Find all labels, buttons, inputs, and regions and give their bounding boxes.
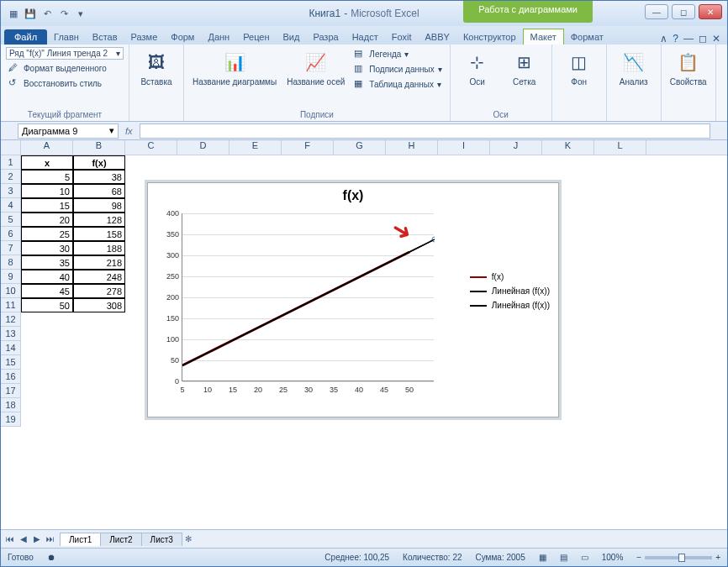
tab-pagelayout[interactable]: Разме [124, 29, 165, 45]
qa-more-icon[interactable]: ▾ [73, 6, 88, 21]
cell[interactable]: 308 [73, 298, 125, 312]
cell[interactable]: 98 [73, 198, 125, 213]
maximize-button[interactable]: ◻ [672, 4, 695, 19]
cell[interactable]: x [21, 155, 73, 170]
ribbon-minimize-icon[interactable]: ∧ [660, 33, 667, 45]
macro-record-icon[interactable]: ⏺ [47, 553, 55, 562]
col-header[interactable]: J [490, 140, 542, 155]
gridlines-button[interactable]: ⊞Сетка [503, 47, 546, 88]
cell[interactable]: 158 [73, 227, 125, 241]
tab-data[interactable]: Данн [201, 29, 236, 45]
excel-icon[interactable]: ▦ [6, 6, 21, 21]
cell[interactable]: 5 [21, 170, 73, 184]
new-sheet-icon[interactable]: ✻ [185, 534, 192, 543]
chart-title-button[interactable]: 📊Название диаграммы [189, 47, 280, 88]
row-header[interactable]: 10 [1, 284, 20, 298]
fx-icon[interactable]: fx [125, 126, 133, 136]
tab-foxit[interactable]: Foxit [385, 29, 419, 45]
col-header[interactable]: H [386, 140, 438, 155]
col-header[interactable]: L [594, 140, 646, 155]
cell[interactable]: 15 [21, 198, 73, 213]
tab-review[interactable]: Рецен [236, 29, 276, 45]
cell[interactable]: 128 [73, 213, 125, 227]
background-button[interactable]: ◫Фон [557, 47, 601, 88]
row-header[interactable]: 12 [1, 312, 20, 327]
insert-button[interactable]: 🖼 Вставка [135, 47, 178, 88]
save-icon[interactable]: 💾 [23, 6, 38, 21]
row-header[interactable]: 7 [1, 241, 20, 255]
zoom-in-icon[interactable]: + [715, 553, 720, 562]
cell[interactable]: 45 [21, 284, 73, 298]
axes-button[interactable]: ⊹Оси [456, 47, 499, 88]
tab-addins[interactable]: Надст [346, 29, 385, 45]
analysis-button[interactable]: 📉Анализ [612, 47, 656, 88]
sheet-tab[interactable]: Лист3 [141, 533, 182, 546]
cell[interactable]: 50 [21, 298, 73, 312]
sheet-tab[interactable]: Лист2 [100, 533, 141, 546]
cell[interactable]: 10 [21, 184, 73, 198]
help-icon[interactable]: ? [673, 33, 678, 45]
cell[interactable]: 68 [73, 184, 125, 198]
legend-item[interactable]: f(x) [470, 272, 550, 281]
row-header[interactable]: 6 [1, 227, 20, 241]
row-header[interactable]: 17 [1, 384, 20, 398]
doc-close-icon[interactable]: ✕ [712, 33, 720, 45]
grid-content[interactable]: ABCDEFGHIJKL xf(x)5381068159820128251583… [21, 140, 727, 529]
sheet-last-icon[interactable]: ⏭ [45, 534, 56, 543]
chart-element-selector[interactable]: Ряд "f(x)" Линия тренда 2▾ [6, 47, 124, 60]
select-all-corner[interactable] [1, 140, 21, 155]
tab-design[interactable]: Конструктор [456, 29, 523, 45]
undo-icon[interactable]: ↶ [40, 6, 55, 21]
sheet-first-icon[interactable]: ⏮ [4, 534, 16, 543]
tab-developer[interactable]: Разра [306, 29, 345, 45]
col-header[interactable]: D [177, 140, 229, 155]
row-header[interactable]: 3 [1, 184, 20, 198]
cell[interactable]: 20 [21, 213, 73, 227]
col-header[interactable]: A [21, 140, 73, 155]
view-pagelayout-icon[interactable]: ▤ [560, 553, 567, 562]
legend-item[interactable]: Линейная (f(x)) [470, 301, 550, 310]
row-header[interactable]: 2 [1, 170, 20, 184]
sheet-tab-active[interactable]: Лист1 [60, 533, 101, 546]
reset-style-button[interactable]: ↺Восстановить стиль [6, 76, 124, 90]
redo-icon[interactable]: ↷ [56, 6, 71, 21]
legend-item[interactable]: Линейная (f(x)) [470, 286, 550, 296]
chart-object[interactable]: f(x) 05010015020025030035040051015202530… [147, 182, 559, 417]
zoom-slider[interactable] [645, 556, 712, 559]
col-header[interactable]: G [334, 140, 386, 155]
format-selection-button[interactable]: 🖉Формат выделенного [6, 61, 124, 75]
col-header[interactable]: K [542, 140, 594, 155]
row-header[interactable]: 5 [1, 213, 20, 227]
cell[interactable]: 25 [21, 227, 73, 241]
col-header[interactable]: F [282, 140, 334, 155]
view-normal-icon[interactable]: ▦ [539, 553, 546, 562]
col-header[interactable]: C [125, 140, 177, 155]
row-header[interactable]: 9 [1, 270, 20, 284]
chart-title[interactable]: f(x) [148, 188, 558, 203]
axis-titles-button[interactable]: 📈Название осей [283, 47, 348, 88]
tab-abby[interactable]: ABBY [419, 29, 456, 45]
cell[interactable]: 30 [21, 241, 73, 255]
row-header[interactable]: 19 [1, 412, 20, 427]
row-header[interactable]: 4 [1, 198, 20, 213]
cell[interactable]: 35 [21, 255, 73, 270]
name-box[interactable]: Диаграмма 9▾ [18, 123, 119, 139]
row-header[interactable]: 16 [1, 370, 20, 384]
data-labels-button[interactable]: ▥Подписи данных ▾ [351, 62, 444, 76]
properties-button[interactable]: 📋Свойства [667, 47, 710, 88]
tab-insert[interactable]: Встав [86, 29, 124, 45]
view-pagebreak-icon[interactable]: ▭ [581, 553, 588, 562]
col-header[interactable]: I [438, 140, 490, 155]
row-header[interactable]: 14 [1, 341, 20, 355]
cell[interactable]: 278 [73, 284, 125, 298]
cell[interactable]: 38 [73, 170, 125, 184]
row-header[interactable]: 18 [1, 398, 20, 412]
formula-input[interactable] [140, 123, 710, 139]
tab-view[interactable]: Вид [277, 29, 307, 45]
row-header[interactable]: 13 [1, 327, 20, 341]
doc-restore-icon[interactable]: ◻ [699, 33, 707, 45]
cell[interactable]: f(x) [73, 155, 125, 170]
sheet-prev-icon[interactable]: ◀ [18, 534, 29, 543]
cell[interactable]: 248 [73, 270, 125, 284]
row-header[interactable]: 11 [1, 298, 20, 312]
